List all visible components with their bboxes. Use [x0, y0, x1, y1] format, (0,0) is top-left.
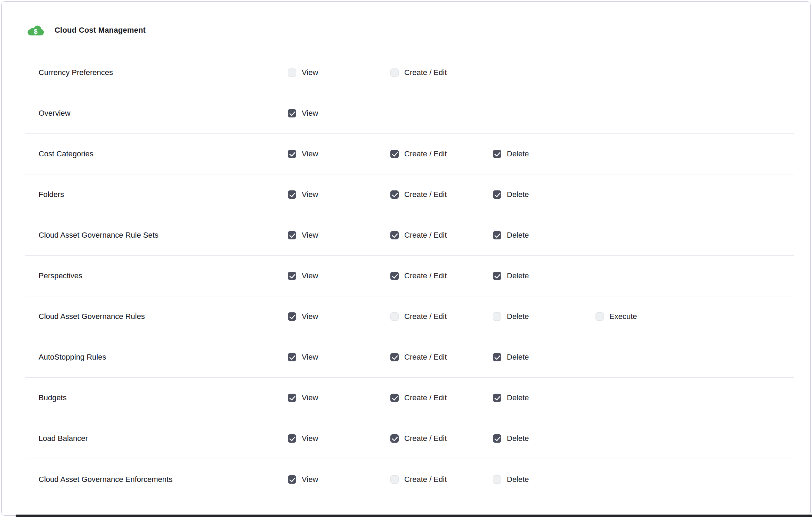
permission-checkbox[interactable]: [390, 272, 399, 280]
row-label: Overview: [39, 109, 288, 118]
row-label: Load Balancer: [39, 434, 288, 443]
permission-checkbox[interactable]: [390, 150, 399, 158]
permission-label: Delete: [507, 190, 529, 199]
permission-row: Load Balancer ViewCreate / EditDelete: [25, 418, 794, 459]
permission-checkbox[interactable]: [288, 353, 296, 361]
permission-cell: Delete: [493, 231, 595, 240]
permission-checkbox[interactable]: [390, 394, 399, 402]
permission-label: Create / Edit: [404, 434, 447, 443]
permission-cell: Delete: [493, 271, 595, 280]
permission-checkbox[interactable]: [288, 312, 296, 321]
permission-cell: View: [288, 68, 390, 77]
permission-label: Create / Edit: [404, 393, 447, 402]
permission-label: View: [302, 149, 318, 158]
dollar-cloud-icon: $: [27, 24, 44, 36]
permission-cell: Create / Edit: [390, 190, 493, 199]
permission-checkbox[interactable]: [390, 353, 399, 361]
permission-checkbox[interactable]: [493, 475, 501, 484]
permission-checkbox[interactable]: [390, 434, 399, 443]
permission-row: Cost Categories ViewCreate / EditDelete: [25, 134, 794, 174]
permission-label: Delete: [507, 271, 529, 280]
permission-cell: Delete: [493, 434, 595, 443]
permission-checkbox[interactable]: [288, 231, 296, 239]
permission-label: View: [302, 475, 318, 484]
permission-cell: Create / Edit: [390, 231, 493, 240]
permission-checkbox[interactable]: [288, 434, 296, 443]
permission-checkbox[interactable]: [493, 394, 501, 402]
permission-label: Delete: [507, 475, 529, 484]
permission-checkbox[interactable]: [288, 190, 296, 199]
permission-row: Overview View: [25, 93, 794, 134]
permission-checkbox[interactable]: [390, 475, 399, 484]
permission-checkbox[interactable]: [390, 190, 399, 199]
permission-row: Budgets ViewCreate / EditDelete: [25, 378, 794, 418]
permission-rows: Currency Preferences ViewCreate / Edit O…: [25, 52, 794, 500]
permission-cell: Delete: [493, 475, 595, 484]
permission-label: Create / Edit: [404, 149, 447, 158]
permission-row: Cloud Asset Governance Rule Sets ViewCre…: [25, 215, 794, 256]
permission-checkbox[interactable]: [288, 475, 296, 484]
permission-row: Cloud Asset Governance Rules ViewCreate …: [25, 296, 794, 337]
permission-checkbox[interactable]: [390, 231, 399, 239]
permission-checkbox[interactable]: [493, 231, 501, 239]
permission-checkbox[interactable]: [595, 312, 604, 321]
permission-label: View: [302, 109, 318, 118]
permission-row: Cloud Asset Governance Enforcements View…: [25, 459, 794, 500]
permission-label: Create / Edit: [404, 312, 447, 321]
permission-label: Create / Edit: [404, 190, 447, 199]
permission-cell: View: [288, 393, 390, 402]
permission-label: View: [302, 231, 318, 240]
permission-label: Create / Edit: [404, 475, 447, 484]
permission-checkbox[interactable]: [493, 353, 501, 361]
row-label: Cloud Asset Governance Rules: [39, 312, 288, 321]
row-label: Cloud Asset Governance Rule Sets: [39, 231, 288, 240]
permission-cell: View: [288, 434, 390, 443]
permission-label: View: [302, 393, 318, 402]
row-label: Cost Categories: [39, 149, 288, 158]
permission-cell: Create / Edit: [390, 434, 493, 443]
permission-cell: View: [288, 353, 390, 362]
permission-row: Currency Preferences ViewCreate / Edit: [25, 52, 794, 93]
permission-checkbox[interactable]: [493, 190, 501, 199]
row-label: Budgets: [39, 393, 288, 402]
permission-checkbox[interactable]: [288, 272, 296, 280]
permission-label: View: [302, 312, 318, 321]
permission-cell: Create / Edit: [390, 353, 493, 362]
permission-row: Folders ViewCreate / EditDelete: [25, 174, 794, 215]
row-label: Perspectives: [39, 271, 288, 280]
permission-checkbox[interactable]: [493, 434, 501, 443]
permission-label: Delete: [507, 393, 529, 402]
permission-checkbox[interactable]: [288, 150, 296, 158]
permission-cell: Execute: [595, 312, 794, 321]
permission-cell: Create / Edit: [390, 475, 493, 484]
permission-cell: View: [288, 271, 390, 280]
permission-label: Delete: [507, 312, 529, 321]
permission-cell: View: [288, 190, 390, 199]
permission-checkbox[interactable]: [288, 109, 296, 117]
permission-checkbox[interactable]: [288, 68, 296, 77]
permission-cell: Create / Edit: [390, 393, 493, 402]
permission-cell: Create / Edit: [390, 68, 493, 77]
permission-label: View: [302, 434, 318, 443]
permission-label: Delete: [507, 231, 529, 240]
permission-cell: Delete: [493, 393, 595, 402]
permission-row: AutoStopping Rules ViewCreate / EditDele…: [25, 337, 794, 378]
bottom-window-edge: [16, 515, 812, 517]
permission-checkbox[interactable]: [390, 68, 399, 77]
cloud-cost-management-card: $ Cloud Cost Management Currency Prefere…: [1, 1, 811, 516]
permission-label: View: [302, 271, 318, 280]
permission-cell: View: [288, 149, 390, 158]
permission-checkbox[interactable]: [493, 312, 501, 321]
page-title: Cloud Cost Management: [55, 26, 146, 35]
permission-label: Create / Edit: [404, 353, 447, 362]
permission-cell: Create / Edit: [390, 271, 493, 280]
permission-label: Create / Edit: [404, 68, 447, 77]
permission-checkbox[interactable]: [493, 272, 501, 280]
permission-checkbox[interactable]: [493, 150, 501, 158]
permission-cell: View: [288, 475, 390, 484]
svg-text:$: $: [34, 28, 38, 35]
permission-checkbox[interactable]: [288, 394, 296, 402]
permission-checkbox[interactable]: [390, 312, 399, 321]
permission-label: Delete: [507, 353, 529, 362]
row-label: Cloud Asset Governance Enforcements: [39, 475, 288, 484]
